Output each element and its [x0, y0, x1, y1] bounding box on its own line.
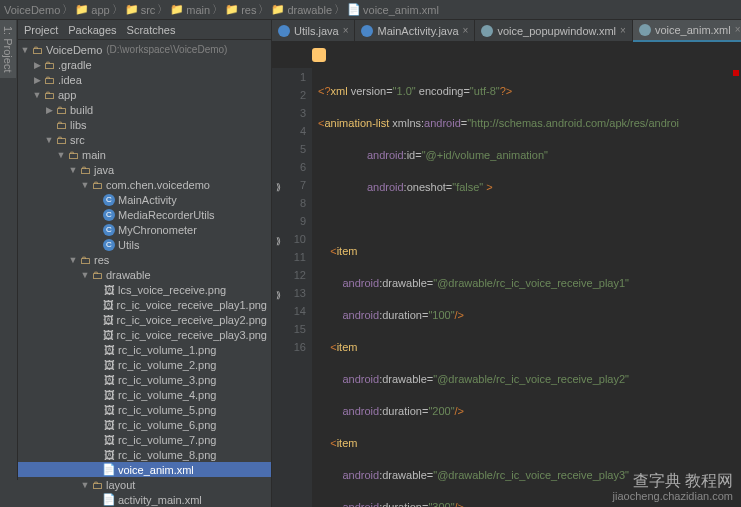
editor-tab[interactable]: Utils.java×: [272, 20, 355, 42]
tree-folder[interactable]: ▼🗀main: [18, 147, 271, 162]
tree-folder[interactable]: ▼🗀app: [18, 87, 271, 102]
tree-file-png[interactable]: 🖼rc_ic_volume_4.png: [18, 387, 271, 402]
tree-file-png[interactable]: 🖼rc_ic_volume_8.png: [18, 447, 271, 462]
breadcrumb-item[interactable]: VoiceDemo: [4, 4, 60, 16]
project-header: Project Packages Scratches: [18, 20, 271, 40]
editor-area: Utils.java× MainActivity.java× voice_pop…: [272, 20, 741, 507]
tree-folder[interactable]: ▼🗀src: [18, 132, 271, 147]
tree-folder[interactable]: ▼🗀java: [18, 162, 271, 177]
intention-bar: [272, 42, 741, 68]
breadcrumb-item[interactable]: main: [186, 4, 210, 16]
breadcrumb-item[interactable]: drawable: [287, 4, 332, 16]
breadcrumb-item[interactable]: res: [241, 4, 256, 16]
editor-tab[interactable]: voice_anim.xml×: [633, 20, 741, 42]
view-project[interactable]: Project: [24, 24, 58, 36]
tree-class[interactable]: CMyChronometer: [18, 222, 271, 237]
tree-class[interactable]: CUtils: [18, 237, 271, 252]
tree-file-png[interactable]: 🖼rc_ic_voice_receive_play1.png: [18, 297, 271, 312]
tree-folder[interactable]: ▼🗀layout: [18, 477, 271, 492]
intention-bulb-icon[interactable]: [312, 48, 326, 62]
editor-tab[interactable]: voice_popupwindow.xml×: [475, 20, 632, 42]
tree-file-png[interactable]: 🖼rc_ic_volume_3.png: [18, 372, 271, 387]
breadcrumb-item[interactable]: voice_anim.xml: [363, 4, 439, 16]
tree-folder[interactable]: ▶🗀.idea: [18, 72, 271, 87]
tree-folder[interactable]: ▼🗀res: [18, 252, 271, 267]
close-icon[interactable]: ×: [735, 24, 741, 35]
tree-file-xml[interactable]: 📄activity_main.xml: [18, 492, 271, 507]
tab-project[interactable]: 1: Project: [0, 20, 16, 78]
tree-package[interactable]: ▼🗀com.chen.voicedemo: [18, 177, 271, 192]
error-stripe-icon[interactable]: [733, 70, 739, 76]
code-editor[interactable]: <?xml version="1.0" encoding="utf-8"?> <…: [312, 68, 741, 507]
tree-folder[interactable]: 🗀libs: [18, 117, 271, 132]
breadcrumb: VoiceDemo〉 📁app〉 📁src〉 📁main〉 📁res〉 📁dra…: [0, 0, 741, 20]
code-area: 1 2 3 4 5 6 ⟫7 8 9 ⟫10 11 12 ⟫13 14 15 1…: [272, 68, 741, 507]
tree-folder[interactable]: ▶🗀build: [18, 102, 271, 117]
tree-class[interactable]: CMainActivity: [18, 192, 271, 207]
tree-root[interactable]: ▼🗀VoiceDemo(D:\workspace\VoiceDemo): [18, 42, 271, 57]
tree-class[interactable]: CMediaRecorderUtils: [18, 207, 271, 222]
tree-file-png[interactable]: 🖼rc_ic_volume_1.png: [18, 342, 271, 357]
tree-file-png[interactable]: 🖼rc_ic_volume_5.png: [18, 402, 271, 417]
breadcrumb-item[interactable]: app: [91, 4, 109, 16]
tree-file-png[interactable]: 🖼rc_ic_volume_7.png: [18, 432, 271, 447]
tree-folder[interactable]: ▼🗀drawable: [18, 267, 271, 282]
tree-file-xml[interactable]: 📄voice_anim.xml: [18, 462, 271, 477]
tool-window-tabs: 1: Project: [0, 20, 18, 480]
close-icon[interactable]: ×: [343, 25, 349, 36]
view-packages[interactable]: Packages: [68, 24, 116, 36]
close-icon[interactable]: ×: [463, 25, 469, 36]
editor-tab[interactable]: MainActivity.java×: [355, 20, 475, 42]
tree-file-png[interactable]: 🖼rc_ic_volume_6.png: [18, 417, 271, 432]
editor-tabs: Utils.java× MainActivity.java× voice_pop…: [272, 20, 741, 42]
tree-file-png[interactable]: 🖼rc_ic_voice_receive_play3.png: [18, 327, 271, 342]
project-tree: ▼🗀VoiceDemo(D:\workspace\VoiceDemo) ▶🗀.g…: [18, 40, 271, 507]
tree-folder[interactable]: ▶🗀.gradle: [18, 57, 271, 72]
tree-file-png[interactable]: 🖼lcs_voice_receive.png: [18, 282, 271, 297]
close-icon[interactable]: ×: [620, 25, 626, 36]
tree-file-png[interactable]: 🖼rc_ic_volume_2.png: [18, 357, 271, 372]
breadcrumb-item[interactable]: src: [141, 4, 156, 16]
tree-file-png[interactable]: 🖼rc_ic_voice_receive_play2.png: [18, 312, 271, 327]
project-panel: Project Packages Scratches ▼🗀VoiceDemo(D…: [18, 20, 272, 507]
gutter: 1 2 3 4 5 6 ⟫7 8 9 ⟫10 11 12 ⟫13 14 15 1…: [272, 68, 312, 507]
view-scratches[interactable]: Scratches: [127, 24, 176, 36]
